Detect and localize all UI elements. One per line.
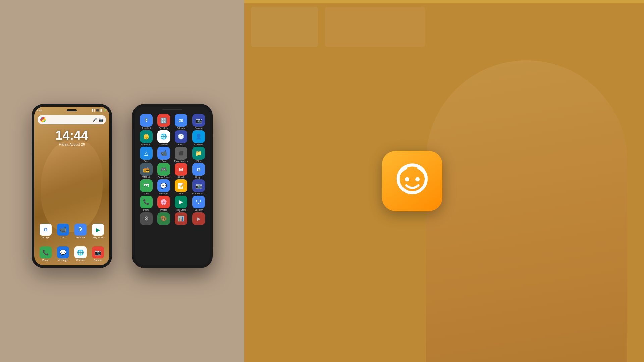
search-bar[interactable]: G 🎤 📷: [38, 115, 106, 124]
app-icon-easy-launcher: ⬛: [175, 147, 187, 160]
mic-icon: 🎤: [93, 118, 97, 122]
app-row-6: 📞 Phone 🌸 Photos ▶ Play Store 🛡 Security: [138, 196, 207, 212]
app-label-photos: Photos: [160, 209, 167, 212]
dock-label-camera: Camera: [94, 259, 102, 261]
dock-label-google: Google: [42, 236, 50, 239]
chat-app-icon[interactable]: [382, 151, 442, 211]
app-messages[interactable]: 💬 Messages: [155, 179, 172, 195]
app-gamespace[interactable]: 🎮 GameSpace: [155, 163, 172, 179]
app-files[interactable]: 📁 Files: [190, 147, 207, 163]
app-icon-calendar: 26: [175, 114, 187, 127]
app-row-4: 📻 FM Radio 🎮 GameSpace M Gmail G Google: [138, 163, 207, 179]
phone-1-dock-row-2: G Google 📹 Duo 🎙 Assistant: [37, 224, 107, 239]
dock-label-phone: Phone: [42, 259, 49, 261]
phone-date: Friday, August 26: [34, 143, 109, 146]
chrome-icon: 🌐: [77, 249, 84, 256]
dock-app-google[interactable]: G Google: [40, 224, 52, 239]
app-camera[interactable]: 📷 Camera: [190, 114, 207, 130]
app-row-5: 🗺 Maps 💬 Messages 📝 Note 📷 OutDoor To...: [138, 179, 207, 195]
app-icon-drive: △: [140, 147, 153, 160]
app-analytics[interactable]: 📊: [173, 212, 190, 225]
app-children-space[interactable]: 👶 Children Sp...: [138, 130, 155, 146]
app-icon-note: 📝: [175, 179, 187, 192]
app-label-calculator: Calculator: [159, 127, 168, 130]
app-label-calendar: Calendar: [177, 127, 185, 130]
app-note[interactable]: 📝 Note: [173, 179, 190, 195]
app-row-7: ⚙ 🎨 📊 ▶: [138, 212, 207, 225]
app-label-gamespace: GameSpace: [158, 176, 170, 179]
app-outdoor-tools[interactable]: 📷 OutDoor To...: [190, 179, 207, 195]
app-icon-files: 📁: [192, 147, 205, 160]
dock-app-phone[interactable]: 📞 Phone: [40, 246, 52, 261]
app-label-maps: Maps: [144, 192, 149, 195]
playstore-icon: ▶: [96, 227, 100, 233]
phone-1-screen: 4:44 ▌▌ ⬛ ▌▌ 🔋 G 🎤 📷 14:44 Friday, Augus…: [34, 107, 109, 265]
chat-icon-svg: [390, 159, 434, 203]
app-chrome[interactable]: 🌐 Chrome: [155, 130, 172, 146]
messages-icon: 💬: [60, 249, 66, 256]
app-phone[interactable]: 📞 Phone: [138, 196, 155, 212]
wallpaper-shape: [41, 140, 103, 232]
app-calculator[interactable]: 🔢 Calculator: [155, 114, 172, 130]
dock-label-playstore: Play Store: [93, 236, 103, 239]
app-label-google: Google: [195, 176, 202, 179]
dock-label-messages: Messages: [58, 259, 68, 261]
app-label-duo: Duo: [162, 160, 166, 163]
app-clock[interactable]: 🕐 Clock: [173, 130, 190, 146]
dock-app-chrome[interactable]: 🌐 Chrome: [74, 246, 87, 261]
app-drive[interactable]: △ Drive: [138, 147, 155, 163]
right-panel-overlay: [244, 0, 644, 362]
app-label-security: Security: [195, 209, 202, 212]
dock-label-duo: Duo: [61, 236, 65, 239]
app-icon-calculator: 🔢: [157, 114, 170, 127]
phone-1-time: 4:44: [37, 109, 42, 112]
app-easy-launcher[interactable]: ⬛ Easy launcher: [173, 147, 190, 163]
app-label-drive: Drive: [144, 160, 149, 163]
phone-1: 4:44 ▌▌ ⬛ ▌▌ 🔋 G 🎤 📷 14:44 Friday, Augus…: [32, 104, 112, 268]
dock-app-camera[interactable]: 📷 Camera: [92, 246, 104, 261]
app-security[interactable]: 🛡 Security: [190, 196, 207, 212]
app-google[interactable]: G Google: [190, 163, 207, 179]
app-icon-assistant: 🎙: [140, 114, 153, 127]
duo-icon: 📹: [59, 226, 67, 233]
app-photos[interactable]: 🌸 Photos: [155, 196, 172, 212]
phone-2-screen: 🎙 Assistant 🔢 Calculator 26 Calendar 📷 C…: [135, 107, 210, 265]
app-youtube[interactable]: ▶: [190, 212, 207, 225]
app-theme-store[interactable]: 🎨: [155, 212, 172, 225]
app-settings[interactable]: ⚙: [138, 212, 155, 225]
app-label-camera: Camera: [195, 127, 202, 130]
app-gmail[interactable]: M Gmail: [173, 163, 190, 179]
phone-2-notch: [162, 109, 182, 110]
dock-label-chrome: Chrome: [76, 259, 85, 261]
dock-app-playstore[interactable]: ▶ Play Store: [92, 224, 104, 239]
phone-icon: 📞: [42, 249, 49, 256]
app-duo[interactable]: 📹 Duo: [155, 147, 172, 163]
phone-1-status-bar: 4:44 ▌▌ ⬛ ▌▌ 🔋: [34, 107, 109, 114]
dock-app-assistant[interactable]: 🎙 Assistant: [74, 224, 87, 239]
app-maps[interactable]: 🗺 Maps: [138, 179, 155, 195]
app-icon-phone: 📞: [140, 196, 153, 208]
app-label-children-space: Children Sp...: [140, 143, 153, 146]
dock-app-messages[interactable]: 💬 Messages: [57, 246, 69, 261]
app-label-phone: Phone: [143, 209, 150, 212]
app-label-note: Note: [179, 192, 183, 195]
app-play-store[interactable]: ▶ Play Store: [173, 196, 190, 212]
app-label-messages: Messages: [159, 192, 169, 195]
app-icon-theme-store: 🎨: [157, 212, 170, 225]
app-calendar[interactable]: 26 Calendar: [173, 114, 190, 130]
app-icon-photos: 🌸: [157, 196, 170, 208]
dock-app-duo[interactable]: 📹 Duo: [57, 224, 69, 239]
app-grid: 🎙 Assistant 🔢 Calculator 26 Calendar 📷 C…: [135, 113, 210, 265]
app-assistant[interactable]: 🎙 Assistant: [138, 114, 155, 130]
app-row-3: △ Drive 📹 Duo ⬛ Easy launcher 📁 Files: [138, 147, 207, 163]
app-icon-gamespace: 🎮: [157, 163, 170, 176]
right-panel: [244, 0, 644, 362]
svg-point-2: [415, 177, 420, 181]
app-row-2: 👶 Children Sp... 🌐 Chrome 🕐 Clock 👤 Cont…: [138, 130, 207, 146]
app-fm-radio[interactable]: 📻 FM Radio: [138, 163, 155, 179]
app-contacts[interactable]: 👤 Contacts: [190, 130, 207, 146]
phone-1-bottom-dock: 📞 Phone 💬 Messages 🌐 Chrome: [37, 246, 107, 261]
app-label-gmail: Gmail: [178, 176, 184, 179]
app-icon-outdoor-tools: 📷: [192, 179, 205, 192]
app-icon-maps: 🗺: [140, 179, 153, 192]
